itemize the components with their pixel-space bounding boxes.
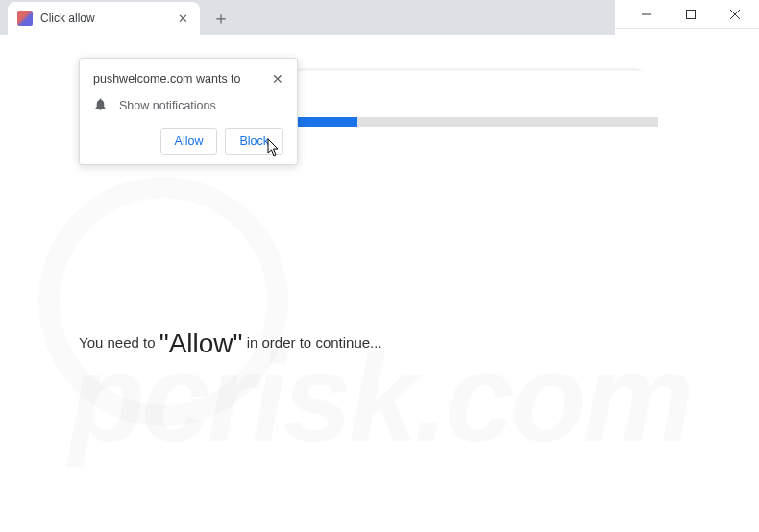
tab-strip: Click allow ✕ ＋: [0, 0, 615, 35]
tab-favicon: [17, 11, 33, 26]
block-button[interactable]: Block: [225, 128, 283, 155]
allow-button[interactable]: Allow: [160, 128, 218, 155]
main-message: You need to "Allow" in order to continue…: [79, 328, 382, 359]
minimize-icon: [642, 10, 651, 19]
tab-close-icon[interactable]: ✕: [175, 11, 190, 26]
permission-site-label: pushwelcome.com wants to: [93, 72, 241, 85]
permission-type-label: Show notifications: [119, 99, 216, 112]
message-allow-big: "Allow": [159, 328, 243, 358]
message-prefix: You need to: [79, 334, 159, 351]
close-icon: [730, 10, 740, 19]
message-suffix: in order to continue...: [247, 334, 382, 351]
window-close-button[interactable]: [713, 0, 757, 29]
watermark-logo-circle: [38, 177, 288, 426]
active-tab[interactable]: Click allow ✕: [8, 2, 200, 35]
notification-permission-dialog: pushwelcome.com wants to ✕ Show notifica…: [79, 58, 298, 165]
maximize-icon: [686, 10, 696, 19]
tab-title: Click allow: [40, 12, 167, 25]
svg-rect-1: [687, 10, 696, 18]
window-maximize-button[interactable]: [669, 0, 713, 29]
new-tab-button[interactable]: ＋: [208, 5, 234, 32]
bell-icon: [93, 97, 108, 114]
window-minimize-button[interactable]: [624, 0, 669, 29]
permission-close-icon[interactable]: ✕: [272, 72, 283, 85]
